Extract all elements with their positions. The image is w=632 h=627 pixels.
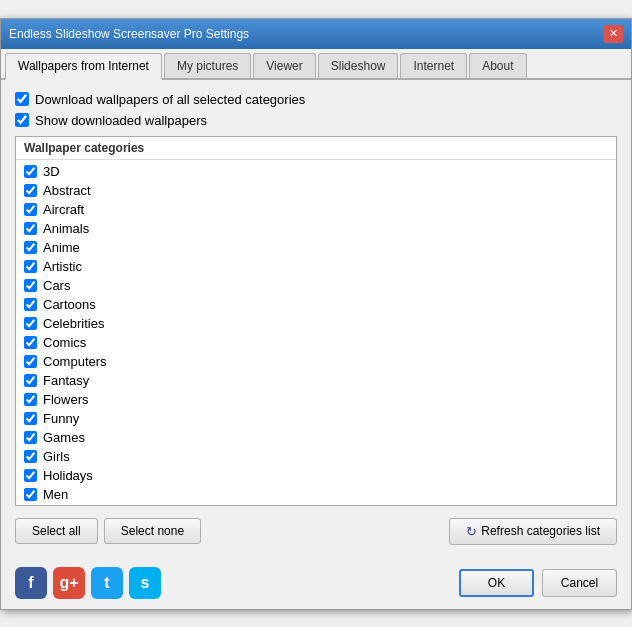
list-item: Games bbox=[16, 428, 616, 447]
category-checkbox[interactable] bbox=[24, 279, 37, 292]
show-checkbox-row: Show downloaded wallpapers bbox=[15, 113, 617, 128]
tab-my-pictures[interactable]: My pictures bbox=[164, 53, 251, 78]
category-label: Computers bbox=[43, 354, 107, 369]
skype-icon[interactable]: s bbox=[129, 567, 161, 599]
category-label: Funny bbox=[43, 411, 79, 426]
category-label: 3D bbox=[43, 164, 60, 179]
category-label: Fantasy bbox=[43, 373, 89, 388]
show-checkbox[interactable] bbox=[15, 113, 29, 127]
main-content: Download wallpapers of all selected cate… bbox=[1, 80, 631, 561]
category-checkbox[interactable] bbox=[24, 203, 37, 216]
tab-bar: Wallpapers from Internet My pictures Vie… bbox=[1, 49, 631, 80]
tab-viewer[interactable]: Viewer bbox=[253, 53, 315, 78]
category-panel: Wallpaper categories 3DAbstractAircraftA… bbox=[15, 136, 617, 506]
list-item: Holidays bbox=[16, 466, 616, 485]
download-checkbox-row: Download wallpapers of all selected cate… bbox=[15, 92, 617, 107]
tab-internet[interactable]: Internet bbox=[400, 53, 467, 78]
download-checkbox[interactable] bbox=[15, 92, 29, 106]
list-item: Girls bbox=[16, 447, 616, 466]
bottom-buttons: Select all Select none ↻ Refresh categor… bbox=[15, 514, 617, 549]
title-bar: Endless Slideshow Screensaver Pro Settin… bbox=[1, 19, 631, 49]
category-label: Games bbox=[43, 430, 85, 445]
list-item: Funny bbox=[16, 409, 616, 428]
category-panel-header: Wallpaper categories bbox=[16, 137, 616, 160]
category-label: Men bbox=[43, 487, 68, 502]
refresh-button[interactable]: ↻ Refresh categories list bbox=[449, 518, 617, 545]
category-checkbox[interactable] bbox=[24, 260, 37, 273]
list-item: Cartoons bbox=[16, 295, 616, 314]
window-title: Endless Slideshow Screensaver Pro Settin… bbox=[9, 27, 249, 41]
category-checkbox[interactable] bbox=[24, 336, 37, 349]
category-checkbox[interactable] bbox=[24, 431, 37, 444]
list-item: Aircraft bbox=[16, 200, 616, 219]
category-checkbox[interactable] bbox=[24, 488, 37, 501]
footer-row: f g+ t s OK Cancel bbox=[1, 561, 631, 609]
category-checkbox[interactable] bbox=[24, 165, 37, 178]
refresh-icon: ↻ bbox=[466, 524, 477, 539]
ok-button[interactable]: OK bbox=[459, 569, 534, 597]
ok-cancel-buttons: OK Cancel bbox=[459, 569, 617, 597]
category-checkbox[interactable] bbox=[24, 374, 37, 387]
category-label: Cartoons bbox=[43, 297, 96, 312]
select-none-button[interactable]: Select none bbox=[104, 518, 201, 544]
list-item: Celebrities bbox=[16, 314, 616, 333]
select-all-button[interactable]: Select all bbox=[15, 518, 98, 544]
list-item: 3D bbox=[16, 162, 616, 181]
category-label: Celebrities bbox=[43, 316, 104, 331]
category-list-wrapper: 3DAbstractAircraftAnimalsAnimeArtisticCa… bbox=[16, 160, 616, 505]
list-item: Minimalistic bbox=[16, 504, 616, 505]
list-item: Men bbox=[16, 485, 616, 504]
list-item: Fantasy bbox=[16, 371, 616, 390]
list-item: Flowers bbox=[16, 390, 616, 409]
list-item: Artistic bbox=[16, 257, 616, 276]
category-list[interactable]: 3DAbstractAircraftAnimalsAnimeArtisticCa… bbox=[16, 160, 616, 505]
tab-wallpapers[interactable]: Wallpapers from Internet bbox=[5, 53, 162, 80]
category-label: Animals bbox=[43, 221, 89, 236]
category-label: Cars bbox=[43, 278, 70, 293]
list-item: Comics bbox=[16, 333, 616, 352]
category-label: Abstract bbox=[43, 183, 91, 198]
category-label: Flowers bbox=[43, 392, 89, 407]
list-item: Cars bbox=[16, 276, 616, 295]
tab-slideshow[interactable]: Slideshow bbox=[318, 53, 399, 78]
settings-window: Endless Slideshow Screensaver Pro Settin… bbox=[0, 18, 632, 610]
category-checkbox[interactable] bbox=[24, 355, 37, 368]
list-item: Abstract bbox=[16, 181, 616, 200]
category-checkbox[interactable] bbox=[24, 469, 37, 482]
category-label: Holidays bbox=[43, 468, 93, 483]
social-icons: f g+ t s bbox=[15, 567, 161, 599]
tab-about[interactable]: About bbox=[469, 53, 526, 78]
category-checkbox[interactable] bbox=[24, 317, 37, 330]
google-plus-icon[interactable]: g+ bbox=[53, 567, 85, 599]
category-checkbox[interactable] bbox=[24, 450, 37, 463]
list-item: Anime bbox=[16, 238, 616, 257]
show-label: Show downloaded wallpapers bbox=[35, 113, 207, 128]
category-label: Aircraft bbox=[43, 202, 84, 217]
title-bar-controls: ✕ bbox=[603, 25, 623, 43]
category-checkbox[interactable] bbox=[24, 412, 37, 425]
category-checkbox[interactable] bbox=[24, 393, 37, 406]
category-label: Girls bbox=[43, 449, 70, 464]
category-checkbox[interactable] bbox=[24, 241, 37, 254]
close-button[interactable]: ✕ bbox=[603, 25, 623, 43]
list-item: Computers bbox=[16, 352, 616, 371]
category-label: Comics bbox=[43, 335, 86, 350]
category-label: Artistic bbox=[43, 259, 82, 274]
btn-group-left: Select all Select none bbox=[15, 518, 201, 544]
category-checkbox[interactable] bbox=[24, 222, 37, 235]
facebook-icon[interactable]: f bbox=[15, 567, 47, 599]
category-checkbox[interactable] bbox=[24, 298, 37, 311]
refresh-label: Refresh categories list bbox=[481, 524, 600, 538]
category-checkbox[interactable] bbox=[24, 184, 37, 197]
twitter-icon[interactable]: t bbox=[91, 567, 123, 599]
category-label: Anime bbox=[43, 240, 80, 255]
cancel-button[interactable]: Cancel bbox=[542, 569, 617, 597]
list-item: Animals bbox=[16, 219, 616, 238]
download-label: Download wallpapers of all selected cate… bbox=[35, 92, 305, 107]
